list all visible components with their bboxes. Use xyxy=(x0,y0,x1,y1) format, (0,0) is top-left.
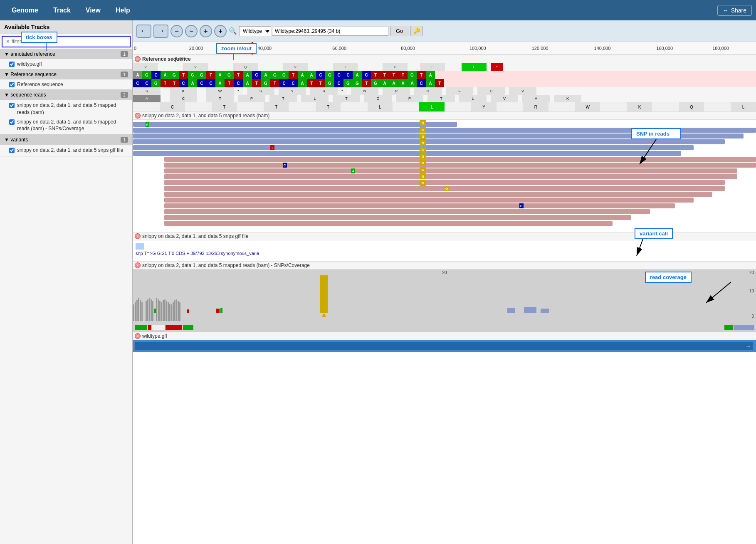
svg-rect-21 xyxy=(156,298,157,321)
track-item-bam2: snippy on data 2, data 1, and data 5 map… xyxy=(0,117,132,135)
snps-cov-remove-btn[interactable]: ✕ xyxy=(135,262,141,268)
svg-rect-24 xyxy=(161,302,162,321)
track-snps-gff: ✕ snippy on data 2, data 1, and data 5 s… xyxy=(133,232,756,262)
menu-track[interactable]: Track xyxy=(46,7,78,14)
svg-rect-27 xyxy=(166,301,167,321)
svg-rect-30 xyxy=(171,304,172,321)
ruler-mark-100k: 100,000 xyxy=(469,46,486,51)
share-icon: ↔ xyxy=(723,7,729,14)
strain-select[interactable]: Wildtype xyxy=(239,26,271,36)
track-bam: ✕ snippy on data 2, data 1, and data 5 m… xyxy=(133,112,756,232)
wildtype-gff-track-label: wildtype.gff xyxy=(142,333,167,339)
snps-coverage-label: snippy on data 2, data 1, and data 5 map… xyxy=(142,262,310,268)
variant-call-annotation: variant call xyxy=(635,228,673,260)
svg-rect-35 xyxy=(179,302,180,321)
svg-rect-9 xyxy=(141,302,143,321)
svg-rect-16 xyxy=(146,301,147,321)
wildtype-remove-btn[interactable]: ✕ xyxy=(135,333,141,339)
track-wildtype-gff: ✕ wildtype.gff → xyxy=(133,332,756,352)
ruler-mark-0: 0 xyxy=(134,46,136,51)
checkbox-bam2[interactable] xyxy=(9,119,15,125)
track-group-header-annotated[interactable]: ▼ annotated reference 1 xyxy=(0,49,132,59)
ruler-mark-160k: 160,000 xyxy=(656,46,673,51)
nav-forward-button[interactable]: → xyxy=(153,25,168,38)
svg-rect-33 xyxy=(176,299,177,321)
zoom-annotation: zoom in/out xyxy=(216,43,257,60)
svg-rect-18 xyxy=(149,298,150,321)
position-display: 9,475 xyxy=(175,56,186,61)
ruler-mark-180k: 180,000 xyxy=(712,46,729,51)
share-label: Share xyxy=(731,7,746,14)
svg-rect-12 xyxy=(187,309,189,313)
ruler-mark-80k: 80,000 xyxy=(401,46,415,51)
zoom-out-btn2[interactable]: − xyxy=(185,25,198,37)
menu-help[interactable]: Help xyxy=(108,7,138,14)
track-item-snps: snippy on data 2, data 1, and data 5 snp… xyxy=(0,145,132,156)
count-badge-refseq: 1 xyxy=(121,72,128,77)
checkbox-snps[interactable] xyxy=(9,148,15,153)
menu-view[interactable]: View xyxy=(78,7,108,14)
svg-rect-23 xyxy=(159,301,161,321)
track-ref-sequence: ✕ Reference sequence V V Q V T P xyxy=(133,55,756,112)
go-button[interactable]: Go xyxy=(390,26,408,36)
sidebar-title: Available Tracks xyxy=(0,20,132,34)
snp-annotation: SNP in reads xyxy=(631,128,681,173)
svg-rect-5 xyxy=(135,302,136,321)
checkbox-refseq[interactable] xyxy=(9,82,15,87)
read-coverage-annotation: read coverage xyxy=(645,272,735,315)
track-group-header-reads[interactable]: ▼ sequence reads 2 xyxy=(0,90,132,100)
location-input[interactable] xyxy=(272,27,388,36)
svg-rect-36 xyxy=(507,308,515,313)
ruler-mark-140k: 140,000 xyxy=(594,46,611,51)
label-bam1: snippy on data 2, data 1, and data 5 map… xyxy=(17,102,128,116)
track-item-wildtype-gff: wildtype.gff xyxy=(0,59,132,69)
track-group-variants: ▼ variants 1 snippy on data 2, data 1, a… xyxy=(0,135,132,156)
ruler-mark-60k: 60,000 xyxy=(332,46,346,51)
snps-gff-remove-btn[interactable]: ✕ xyxy=(135,233,141,239)
svg-rect-28 xyxy=(168,302,169,321)
ruler-mark-20k: 20,000 xyxy=(189,46,203,51)
nav-back-button[interactable]: ← xyxy=(136,25,151,38)
ref-seq-remove-btn[interactable]: ✕ xyxy=(135,56,141,62)
checkbox-bam1[interactable] xyxy=(9,103,15,108)
svg-rect-22 xyxy=(158,299,159,321)
svg-rect-17 xyxy=(147,299,148,321)
checkbox-wildtype-gff[interactable] xyxy=(9,62,15,67)
svg-rect-8 xyxy=(140,300,141,321)
svg-rect-20 xyxy=(152,301,153,321)
svg-line-0 xyxy=(640,139,656,164)
track-group-header-variants[interactable]: ▼ variants 1 xyxy=(0,135,132,145)
svg-rect-7 xyxy=(138,298,139,321)
bam-track-label: snippy on data 2, data 1, and data 5 map… xyxy=(142,113,269,119)
svg-rect-13 xyxy=(216,309,220,313)
svg-rect-32 xyxy=(174,300,175,321)
svg-rect-19 xyxy=(151,299,152,321)
track-group-reads: ▼ sequence reads 2 snippy on data 2, dat… xyxy=(0,90,132,135)
clear-filter-icon[interactable]: ✕ xyxy=(6,39,10,45)
menu-genome[interactable]: Genome xyxy=(4,7,46,14)
label-refseq: Reference sequence xyxy=(17,82,63,87)
svg-marker-39 xyxy=(322,313,326,317)
svg-rect-31 xyxy=(173,302,174,321)
svg-rect-38 xyxy=(541,309,549,313)
zoom-in-btn1[interactable]: + xyxy=(200,25,212,37)
svg-rect-37 xyxy=(524,307,536,313)
snps-gff-label: snippy on data 2, data 1, and data 5 snp… xyxy=(142,233,248,239)
count-badge-annotated: 1 xyxy=(121,51,128,57)
track-area[interactable]: 9,475 ✕ Reference sequence V V Q xyxy=(133,55,756,544)
count-badge-variants: 1 xyxy=(121,137,128,143)
svg-line-40 xyxy=(706,282,731,303)
track-group-header-refseq[interactable]: ▼ Reference sequence 1 xyxy=(0,69,132,79)
tick-boxes-annotation: tick boxes xyxy=(21,32,57,51)
share-button[interactable]: ↔ Share xyxy=(717,5,752,16)
search-button[interactable]: 🔑 xyxy=(410,26,423,36)
zoom-in-btn2[interactable]: + xyxy=(214,25,227,37)
svg-rect-26 xyxy=(164,299,166,321)
svg-rect-14 xyxy=(220,308,222,313)
zoom-out-btn1[interactable]: − xyxy=(170,25,183,37)
bam-remove-btn[interactable]: ✕ xyxy=(135,113,141,119)
svg-rect-6 xyxy=(136,300,138,321)
ruler-mark-120k: 120,000 xyxy=(532,46,548,51)
count-badge-reads: 2 xyxy=(121,92,128,98)
label-wildtype-gff: wildtype.gff xyxy=(17,61,42,67)
